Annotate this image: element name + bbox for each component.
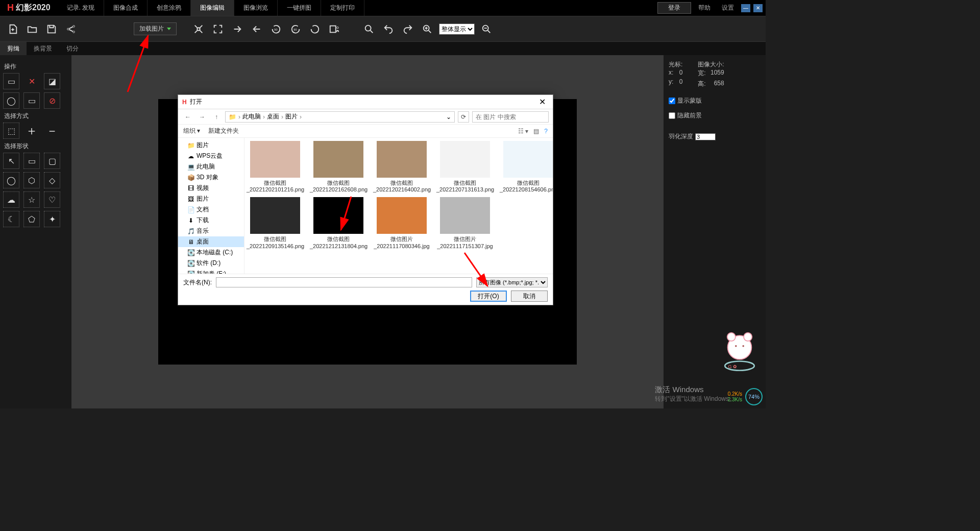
tree-node[interactable]: 💽软件 (D:) (178, 258, 244, 269)
shape-arrow-icon[interactable]: ↖ (3, 153, 19, 169)
organize-menu[interactable]: 组织 ▾ (183, 127, 200, 135)
nav-doodle[interactable]: 创意涂鸦 (148, 0, 191, 16)
view-mode-icon[interactable]: ☷ ▾ (518, 128, 528, 135)
face-detect-icon[interactable] (327, 21, 342, 37)
help-link[interactable]: 帮助 (694, 4, 715, 12)
file-item[interactable]: 微信截图_20221207131613.png (436, 141, 494, 193)
tree-node[interactable]: 🖥桌面 (178, 236, 244, 247)
file-item[interactable]: 微信截图_20221208154606.png (500, 141, 553, 193)
mascot-icon: G ✿ (717, 327, 763, 373)
share-icon[interactable] (63, 21, 79, 37)
shape-star-icon[interactable]: ☆ (23, 191, 40, 208)
svg-point-1 (73, 25, 75, 27)
open-button[interactable]: 打开(O) (470, 291, 507, 302)
preview-pane-icon[interactable]: ▤ (533, 128, 539, 135)
file-item[interactable]: 微信截图_20221202162608.png (310, 141, 367, 193)
redo-icon[interactable] (400, 21, 415, 37)
tree-node[interactable]: ⬇下载 (178, 215, 244, 226)
tree-node[interactable]: 📦3D 对象 (178, 172, 244, 183)
rotate-free-icon[interactable] (307, 21, 323, 37)
search-input[interactable] (472, 111, 549, 123)
file-item[interactable]: 微信图片_20221117080346.jpg (373, 197, 430, 249)
dialog-close-icon[interactable]: ✕ (536, 97, 549, 107)
show-mask-checkbox[interactable]: 显示蒙版 (669, 96, 761, 105)
op-delete-icon[interactable]: ✕ (23, 73, 40, 89)
fullscreen-icon[interactable] (210, 21, 226, 37)
shape-diamond-icon[interactable]: ◇ (44, 172, 60, 188)
shape-rect-icon[interactable]: ▭ (23, 153, 40, 169)
zoom-in-icon[interactable] (420, 21, 435, 37)
op-forbid-icon[interactable]: ⊘ (44, 92, 60, 109)
subtab-crop[interactable]: 剪缉 (0, 42, 27, 55)
shape-hex-icon[interactable]: ⬡ (23, 172, 40, 188)
arrow-left-icon[interactable] (249, 21, 264, 37)
nav-print[interactable]: 定制打印 (321, 0, 364, 16)
mode-sub-icon[interactable]: － (44, 123, 60, 139)
file-item[interactable]: 微信截图_20221212131804.png (310, 197, 367, 249)
mode-new-icon[interactable]: ⬚ (3, 123, 19, 139)
tree-node[interactable]: 🎵音乐 (178, 226, 244, 236)
file-item[interactable]: 微信截图_20221209135146.png (247, 197, 304, 249)
op-select-icon[interactable]: ▭ (3, 73, 19, 89)
shape-wand-icon[interactable]: ✦ (44, 211, 60, 227)
close-icon[interactable]: ✕ (753, 4, 763, 12)
zoom-out-icon[interactable] (479, 21, 494, 37)
rotate-left-icon[interactable]: 90 (268, 21, 284, 37)
tree-node[interactable]: 💽本地磁盘 (C:) (178, 247, 244, 258)
nav-collage[interactable]: 一键拼图 (278, 0, 321, 16)
filename-input[interactable] (216, 277, 472, 287)
nav-edit[interactable]: 图像编辑 (191, 0, 234, 16)
nav-record[interactable]: 记录. 发现 (58, 0, 105, 16)
rotate-right-icon[interactable]: 90 (288, 21, 303, 37)
zoom-tool-icon[interactable] (361, 21, 377, 37)
open-file-icon[interactable] (24, 21, 40, 37)
shape-roundrect-icon[interactable]: ▢ (44, 153, 60, 169)
tree-node[interactable]: 📄文档 (178, 204, 244, 215)
op-invert-icon[interactable]: ◪ (44, 73, 60, 89)
undo-icon[interactable] (381, 21, 396, 37)
login-button[interactable]: 登录 (657, 2, 691, 14)
shape-blob-icon[interactable]: ☁ (3, 191, 19, 208)
tree-node[interactable]: ☁WPS云盘 (178, 151, 244, 161)
nav-up-icon[interactable]: ↑ (211, 111, 222, 123)
file-item[interactable]: 微信截图_20221202164002.png (373, 141, 430, 193)
op-rect-icon[interactable]: ▭ (23, 92, 40, 109)
file-item[interactable]: 微信截图_20221202101216.png (247, 141, 304, 193)
op-circle-icon[interactable]: ◯ (3, 92, 19, 109)
tree-node[interactable]: 💻此电脑 (178, 161, 244, 172)
load-image-button[interactable]: 加载图片 (134, 22, 177, 35)
feather-input[interactable] (695, 133, 716, 140)
tree-node[interactable]: 🖼图片 (178, 194, 244, 204)
subtab-bg[interactable]: 换背景 (27, 42, 59, 55)
tree-node[interactable]: 💽新加卷 (F:) (178, 269, 244, 274)
arrow-right-icon[interactable] (230, 21, 245, 37)
zoom-select[interactable]: 整体显示 (439, 23, 475, 35)
new-folder-button[interactable]: 新建文件夹 (208, 127, 239, 135)
nav-back-icon[interactable]: ← (182, 111, 193, 123)
shape-shield-icon[interactable]: ⬠ (23, 211, 40, 227)
settings-link[interactable]: 设置 (718, 4, 738, 12)
svg-point-7 (337, 27, 339, 29)
nav-fwd-icon[interactable]: → (197, 111, 208, 123)
refresh-icon[interactable]: ⟳ (458, 111, 469, 123)
tree-node[interactable]: 🎞视频 (178, 183, 244, 194)
breadcrumb[interactable]: 📁› 此电脑› 桌面› 图片› ⌄ (225, 111, 455, 123)
minimize-icon[interactable]: — (741, 4, 750, 12)
shape-crescent-icon[interactable]: ☾ (3, 211, 19, 227)
fit-image-icon[interactable] (191, 21, 206, 37)
subtab-split[interactable]: 切分 (59, 42, 86, 55)
new-file-icon[interactable] (5, 21, 20, 37)
nav-browse[interactable]: 图像浏览 (234, 0, 278, 16)
shape-ellipse-icon[interactable]: ◯ (3, 172, 19, 188)
cancel-button[interactable]: 取消 (511, 291, 548, 302)
shape-heart-icon[interactable]: ♡ (44, 191, 60, 208)
file-item[interactable]: 微信图片_20221117151307.jpg (436, 197, 494, 249)
hide-fg-checkbox[interactable]: 隐藏前景 (669, 111, 761, 120)
filetype-select[interactable]: 所有图像 (*.bmp;*.jpg; *.gif;*.t (476, 277, 548, 287)
save-icon[interactable] (44, 21, 59, 37)
nav-composite[interactable]: 图像合成 (104, 0, 148, 16)
tree-node[interactable]: 📁图片 (178, 140, 244, 151)
mode-add-icon[interactable]: ＋ (23, 123, 40, 139)
help-icon[interactable]: ? (544, 128, 548, 135)
svg-rect-6 (330, 26, 336, 32)
